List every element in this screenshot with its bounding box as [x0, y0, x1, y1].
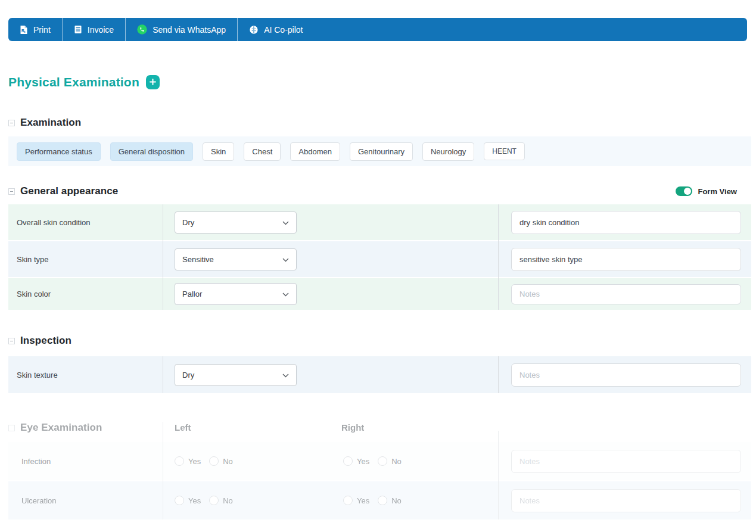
form-row-skin-color: Skin color Pallor	[8, 278, 751, 310]
row-label: Overall skin condition	[8, 218, 163, 227]
radio-icon[interactable]	[209, 496, 219, 505]
ai-copilot-icon	[249, 25, 259, 35]
skin-type-select[interactable]: Sensitive	[175, 248, 297, 270]
chevron-down-icon	[282, 218, 289, 227]
tab-performance-status[interactable]: Performance status	[17, 142, 101, 161]
tab-neurology[interactable]: Neurology	[422, 142, 474, 161]
ulceration-left-yes-option[interactable]: Yes	[175, 496, 201, 505]
radio-icon[interactable]	[175, 496, 184, 505]
invoice-button-label: Invoice	[88, 25, 114, 35]
column-divider	[498, 431, 499, 519]
inspection-section-header: Inspection	[8, 335, 748, 347]
infection-left-yes-option[interactable]: Yes	[175, 456, 201, 466]
skin-type-notes-input[interactable]	[511, 248, 741, 271]
examination-tabs: Performance status General disposition S…	[8, 136, 751, 166]
ulceration-right-yes-option[interactable]: Yes	[343, 496, 369, 505]
examination-section-header: Examination	[8, 117, 748, 129]
collapse-icon[interactable]	[8, 120, 15, 126]
ai-copilot-button[interactable]: AI Co-pilot	[238, 18, 314, 41]
eye-examination-section: Eye Examination Left Right Infection Yes…	[8, 422, 751, 519]
select-value: Dry	[182, 218, 194, 227]
left-column-header: Left	[175, 422, 191, 433]
select-value: Pallor	[182, 290, 202, 298]
right-column-header: Right	[341, 422, 364, 433]
tab-skin[interactable]: Skin	[203, 142, 234, 161]
radio-icon[interactable]	[175, 456, 184, 466]
form-row-skin-texture: Skin texture Dry	[8, 356, 751, 393]
ulceration-left-no-option[interactable]: No	[209, 496, 233, 505]
skin-texture-notes-input[interactable]	[511, 363, 741, 387]
tab-general-disposition[interactable]: General disposition	[110, 142, 193, 161]
radio-icon[interactable]	[378, 496, 387, 505]
eye-examination-header-row: Eye Examination Left Right	[8, 422, 751, 442]
collapse-icon[interactable]	[8, 338, 15, 344]
radio-icon[interactable]	[343, 496, 353, 505]
infection-right-yes-option[interactable]: Yes	[343, 456, 369, 466]
radio-icon[interactable]	[378, 456, 387, 466]
row-label: Skin type	[8, 255, 163, 264]
infection-right-no-option[interactable]: No	[378, 456, 402, 466]
ulceration-right-radio-group: Yes No	[343, 496, 402, 505]
inspection-table: Skin texture Dry	[8, 356, 751, 393]
whatsapp-icon	[137, 24, 147, 35]
tab-chest[interactable]: Chest	[244, 142, 281, 161]
skin-texture-select[interactable]: Dry	[175, 364, 297, 386]
select-value: Sensitive	[182, 255, 214, 264]
radio-label: Yes	[188, 496, 201, 505]
skin-color-select[interactable]: Pallor	[175, 283, 297, 305]
form-view-label: Form View	[698, 187, 737, 196]
tab-genitourinary[interactable]: Genitourinary	[350, 142, 413, 161]
collapse-icon[interactable]	[8, 188, 15, 195]
radio-label: Yes	[188, 457, 201, 466]
column-divider	[163, 422, 163, 519]
form-row-overall-skin-condition: Overall skin condition Dry	[8, 204, 751, 240]
form-view-toggle-group: Form View	[676, 186, 737, 196]
row-label: Skin texture	[8, 371, 163, 379]
expand-icon[interactable]	[8, 425, 15, 431]
column-divider	[498, 204, 499, 310]
chevron-down-icon	[282, 371, 289, 379]
radio-icon[interactable]	[343, 456, 353, 466]
radio-label: Yes	[357, 457, 369, 466]
overall-skin-condition-notes-input[interactable]	[511, 211, 741, 234]
eye-examination-section-header: Eye Examination	[8, 422, 102, 434]
examination-heading: Examination	[20, 117, 81, 129]
form-view-toggle[interactable]	[676, 186, 692, 196]
radio-label: Yes	[357, 496, 369, 505]
form-row-ulceration: Ulceration Yes No Yes No	[8, 481, 751, 519]
ulceration-right-no-option[interactable]: No	[378, 496, 402, 505]
row-label: Infection	[8, 457, 163, 466]
radio-label: No	[223, 496, 233, 505]
tab-heent[interactable]: HEENT	[484, 142, 525, 160]
chevron-down-icon	[282, 290, 289, 298]
chevron-down-icon	[282, 255, 289, 264]
add-section-button[interactable]	[146, 75, 160, 89]
send-whatsapp-button-label: Send via WhatsApp	[153, 25, 226, 35]
invoice-icon	[74, 25, 82, 34]
page-title: Physical Examination	[8, 75, 139, 89]
column-divider	[498, 356, 499, 393]
skin-color-notes-input[interactable]	[511, 284, 741, 304]
ulceration-left-radio-group: Yes No	[175, 496, 343, 505]
page-title-row: Physical Examination	[8, 75, 748, 89]
ulceration-notes-input[interactable]	[511, 489, 741, 512]
print-button-label: Print	[33, 25, 51, 35]
print-button[interactable]: Rx Print	[8, 18, 63, 41]
general-appearance-section-header: General appearance	[8, 185, 118, 197]
column-divider	[163, 204, 163, 310]
overall-skin-condition-select[interactable]: Dry	[175, 211, 297, 234]
general-appearance-table: Overall skin condition Dry Skin type Sen…	[8, 204, 751, 310]
invoice-button[interactable]: Invoice	[63, 18, 126, 41]
infection-left-no-option[interactable]: No	[209, 456, 233, 466]
radio-label: No	[391, 457, 402, 466]
action-toolbar: Rx Print Invoice Send via WhatsApp AI Co…	[8, 18, 747, 41]
prescription-print-icon: Rx	[20, 25, 28, 35]
radio-label: No	[223, 457, 233, 466]
send-whatsapp-button[interactable]: Send via WhatsApp	[126, 18, 238, 41]
radio-icon[interactable]	[209, 456, 219, 466]
column-divider	[163, 356, 163, 393]
infection-right-radio-group: Yes No	[343, 456, 402, 466]
tab-abdomen[interactable]: Abdomen	[290, 142, 340, 161]
infection-notes-input[interactable]	[511, 450, 741, 473]
ai-copilot-button-label: AI Co-pilot	[264, 25, 303, 35]
